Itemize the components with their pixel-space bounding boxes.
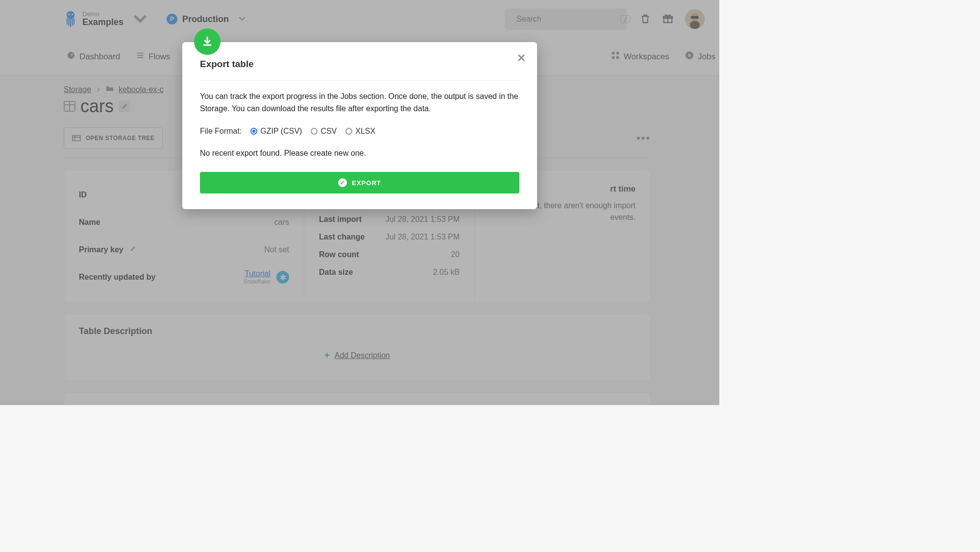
radio-label: CSV	[320, 127, 337, 136]
radio-xlsx[interactable]: XLSX	[345, 127, 375, 136]
check-circle-icon: ✓	[338, 178, 347, 187]
export-button[interactable]: ✓ EXPORT	[200, 172, 519, 193]
radio-label: GZIP (CSV)	[260, 127, 302, 136]
no-recent-msg: No recent export found. Please create ne…	[200, 147, 519, 160]
download-badge-icon	[194, 28, 220, 55]
radio-dot-icon	[311, 128, 318, 135]
modal-overlay[interactable]: Export table You can track the export pr…	[0, 0, 719, 405]
modal-title: Export table	[200, 59, 519, 70]
export-btn-label: EXPORT	[352, 179, 381, 187]
export-modal: Export table You can track the export pr…	[182, 42, 537, 209]
radio-dot-icon	[250, 128, 257, 135]
file-format-label: File Format:	[200, 127, 242, 136]
close-icon	[517, 54, 525, 62]
file-format-row: File Format: GZIP (CSV) CSV XLSX	[200, 127, 519, 136]
radio-csv[interactable]: CSV	[311, 127, 337, 136]
close-button[interactable]	[517, 52, 525, 65]
radio-dot-icon	[345, 128, 352, 135]
modal-body: You can track the export progress in the…	[200, 91, 519, 115]
radio-label: XLSX	[355, 127, 375, 136]
radio-gzip[interactable]: GZIP (CSV)	[250, 127, 302, 136]
